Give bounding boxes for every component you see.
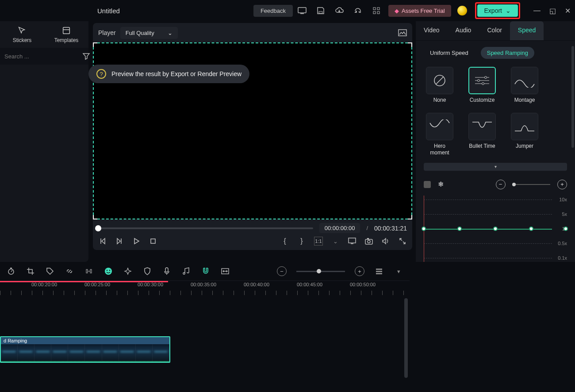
expand-presets[interactable]: ▾ bbox=[424, 163, 567, 171]
preset-none[interactable]: None bbox=[424, 67, 456, 104]
tag-icon[interactable] bbox=[45, 266, 55, 276]
svg-point-30 bbox=[105, 268, 112, 275]
cut-icon[interactable] bbox=[84, 266, 94, 276]
preview-panel: Player Full Quality ⌄ ? Preview the resu… bbox=[88, 21, 416, 262]
assets-trial-button[interactable]: ◆ Assets Free Trial bbox=[388, 5, 451, 17]
track-layout-icon[interactable] bbox=[374, 266, 384, 276]
preview-canvas[interactable]: ? Preview the result by Export or Render… bbox=[93, 42, 412, 219]
fit-icon[interactable] bbox=[220, 266, 230, 276]
preview-hint: ? Preview the result by Export or Render… bbox=[88, 65, 249, 83]
timeline-scrollbar[interactable] bbox=[404, 298, 408, 378]
tab-audio[interactable]: Audio bbox=[448, 21, 479, 40]
stopwatch-icon[interactable] bbox=[6, 266, 16, 276]
zoom-timeline-slider[interactable] bbox=[296, 271, 345, 272]
feedback-button[interactable]: Feedback bbox=[253, 5, 293, 17]
bracket-left-icon[interactable]: { bbox=[280, 237, 289, 246]
preset-hero[interactable]: Hero moment bbox=[424, 113, 456, 157]
timeline-toolbar: − + ▾ bbox=[0, 262, 410, 281]
svg-rect-10 bbox=[151, 239, 155, 243]
chevron-down-icon[interactable]: ⌄ bbox=[331, 237, 340, 246]
svg-point-21 bbox=[478, 80, 480, 82]
preset-customize[interactable]: Customize bbox=[466, 67, 498, 104]
zoom-graph-slider[interactable] bbox=[513, 184, 551, 185]
display-icon[interactable] bbox=[348, 237, 356, 246]
chevron-down-icon: ⌄ bbox=[506, 7, 511, 14]
speed-graph[interactable]: 10x 5x 1x 0.5x 0.1x bbox=[424, 196, 567, 262]
zoom-out-timeline[interactable]: − bbox=[277, 266, 287, 276]
prev-frame-button[interactable] bbox=[98, 237, 107, 246]
export-button[interactable]: Export ⌄ bbox=[477, 4, 518, 17]
svg-point-14 bbox=[368, 240, 370, 243]
smiley-icon[interactable] bbox=[104, 266, 113, 276]
headset-icon[interactable] bbox=[350, 3, 365, 18]
transport-bar: 00:00:00:00 / 00:00:31:21 { } 1:1 ⌄ bbox=[93, 219, 412, 250]
svg-rect-37 bbox=[376, 273, 382, 274]
bracket-right-icon[interactable]: } bbox=[297, 237, 306, 246]
snapshot-icon[interactable] bbox=[398, 29, 407, 36]
crop-icon[interactable] bbox=[26, 266, 35, 276]
fullscreen-icon[interactable] bbox=[398, 237, 407, 246]
timeline: − + ▾ 00:00:20:00 00:00:25:00 00:00:30:0… bbox=[0, 262, 410, 392]
ruler-label: 00:00:20:00 bbox=[31, 282, 57, 287]
tab-stickers[interactable]: Stickers bbox=[0, 21, 44, 48]
tab-color[interactable]: Color bbox=[479, 21, 510, 40]
quality-select[interactable]: Full Quality ⌄ bbox=[120, 27, 178, 39]
scrub-slider[interactable] bbox=[98, 227, 313, 229]
sparkle-icon[interactable] bbox=[123, 266, 133, 276]
preset-jumper[interactable]: Jumper bbox=[509, 113, 540, 157]
link-icon[interactable] bbox=[65, 266, 74, 276]
shield-icon[interactable] bbox=[142, 266, 152, 276]
top-bar: Untitled Feedback ◆ Assets Free Trial Ex… bbox=[0, 0, 575, 21]
tab-speed[interactable]: Speed bbox=[510, 21, 544, 40]
zoom-in-graph[interactable]: + bbox=[557, 180, 567, 189]
cloud-icon[interactable] bbox=[332, 3, 347, 18]
save-icon[interactable] bbox=[313, 3, 328, 18]
theme-icon[interactable] bbox=[457, 6, 467, 15]
minimize-button[interactable]: — bbox=[533, 7, 540, 15]
time-current: 00:00:00:00 bbox=[319, 223, 360, 233]
svg-rect-9 bbox=[399, 30, 406, 36]
panel-scrollbar[interactable] bbox=[571, 46, 574, 148]
preset-montage[interactable]: Montage bbox=[509, 67, 540, 104]
svg-rect-28 bbox=[90, 269, 92, 273]
maximize-button[interactable]: ◱ bbox=[549, 7, 556, 15]
tab-templates[interactable]: Templates bbox=[44, 21, 88, 48]
properties-panel: Video Audio Color Speed Uniform Speed Sp… bbox=[416, 21, 575, 262]
camera-icon[interactable] bbox=[364, 237, 373, 246]
zoom-out-graph[interactable]: − bbox=[496, 180, 506, 189]
svg-line-25 bbox=[11, 270, 12, 272]
snowflake-icon[interactable]: ❄ bbox=[438, 180, 444, 188]
device-icon[interactable] bbox=[295, 3, 310, 18]
svg-point-31 bbox=[107, 270, 107, 271]
ratio-button[interactable]: 1:1 bbox=[314, 237, 323, 246]
svg-rect-7 bbox=[63, 27, 70, 34]
grid-icon[interactable] bbox=[369, 3, 384, 18]
search-input[interactable] bbox=[4, 53, 79, 60]
mode-ramping[interactable]: Speed Ramping bbox=[481, 47, 534, 59]
zoom-in-timeline[interactable]: + bbox=[355, 266, 364, 276]
mode-uniform[interactable]: Uniform Speed bbox=[424, 47, 475, 59]
volume-icon[interactable] bbox=[381, 237, 390, 246]
svg-line-17 bbox=[436, 77, 443, 84]
magnet-icon[interactable] bbox=[201, 266, 211, 276]
preset-bullet[interactable]: Bullet Time bbox=[466, 113, 498, 157]
step-button[interactable] bbox=[115, 237, 124, 246]
template-icon bbox=[61, 26, 71, 35]
track-menu-icon[interactable]: ▾ bbox=[394, 266, 403, 276]
clip-thumbnails bbox=[1, 344, 169, 361]
track-area[interactable]: d Ramping bbox=[0, 298, 410, 387]
play-button[interactable] bbox=[132, 237, 141, 246]
svg-point-23 bbox=[482, 83, 484, 85]
stop-button[interactable] bbox=[149, 237, 157, 246]
video-clip[interactable]: d Ramping bbox=[0, 336, 170, 363]
tab-templates-label: Templates bbox=[54, 37, 79, 43]
mic-icon[interactable] bbox=[162, 266, 172, 276]
svg-rect-27 bbox=[86, 269, 88, 273]
player-header: Player Full Quality ⌄ bbox=[93, 23, 412, 42]
assets-trial-label: Assets Free Trial bbox=[402, 8, 445, 14]
timeline-ruler[interactable]: 00:00:20:00 00:00:25:00 00:00:30:00 00:0… bbox=[0, 281, 410, 298]
close-button[interactable]: ✕ bbox=[565, 7, 571, 15]
tab-video[interactable]: Video bbox=[416, 21, 448, 40]
music-icon[interactable] bbox=[181, 266, 191, 276]
freeze-square-icon[interactable] bbox=[424, 181, 431, 188]
